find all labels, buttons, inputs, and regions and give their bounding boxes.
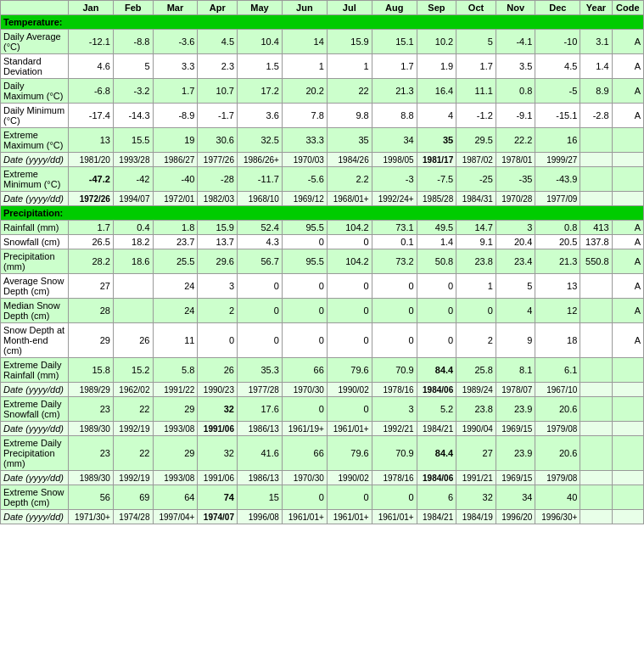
cell-year <box>580 397 612 422</box>
cell-apr: 32 <box>198 397 238 422</box>
cell-aug: 1992/24+ <box>372 192 417 206</box>
cell-sep: 50.8 <box>417 249 456 274</box>
cell-aug: 0.1 <box>372 235 417 249</box>
cell-apr: 15.9 <box>198 221 238 235</box>
cell-dec: 0.8 <box>535 221 580 235</box>
col-header-jun: Jun <box>282 1 327 15</box>
cell-sep: 84.4 <box>417 358 456 383</box>
row-label: Date (yyyy/dd) <box>1 471 69 485</box>
cell-mar: 11 <box>153 323 198 358</box>
cell-mar: 1972/01 <box>153 192 198 206</box>
cell-oct: 1987/02 <box>456 153 496 167</box>
cell-code: A <box>612 235 643 249</box>
cell-jan: 26.5 <box>69 235 114 249</box>
table-row: Date (yyyy/dd)1989/301992/191993/081991/… <box>1 471 644 485</box>
row-label: Extreme Daily Rainfall (mm) <box>1 358 69 383</box>
cell-dec: 1979/08 <box>535 471 580 485</box>
table-row: Date (yyyy/dd)1981/201993/281986/271977/… <box>1 153 644 167</box>
cell-may: 1996/08 <box>238 510 283 524</box>
cell-year <box>580 274 612 299</box>
cell-aug: 3 <box>372 397 417 422</box>
table-row: Extreme Snow Depth (cm)56696474150006323… <box>1 485 644 510</box>
cell-aug: 21.3 <box>372 79 417 104</box>
row-label: Daily Average (°C) <box>1 30 69 54</box>
cell-code: A <box>612 323 643 358</box>
table-row: Date (yyyy/dd)1971/30+1974/281997/04+197… <box>1 510 644 524</box>
cell-dec: -5 <box>535 79 580 104</box>
cell-may: 41.6 <box>238 436 283 471</box>
cell-feb: 18.2 <box>113 235 153 249</box>
cell-may: 52.4 <box>238 221 283 235</box>
cell-apr: -28 <box>198 167 238 192</box>
cell-may: 32.5 <box>238 128 283 153</box>
cell-nov: 1996/20 <box>496 510 535 524</box>
cell-dec: 18 <box>535 323 580 358</box>
cell-feb <box>113 299 153 323</box>
row-label: Date (yyyy/dd) <box>1 422 69 436</box>
cell-may: 17.2 <box>238 79 283 104</box>
cell-sep: 1984/06 <box>417 383 456 397</box>
cell-jul: 1 <box>327 54 372 79</box>
cell-code: A <box>612 274 643 299</box>
cell-aug: 1978/16 <box>372 383 417 397</box>
cell-jun: 66 <box>282 436 327 471</box>
cell-year: 1.4 <box>580 54 612 79</box>
cell-jun: 0 <box>282 323 327 358</box>
cell-feb: 22 <box>113 436 153 471</box>
cell-jun: 7.8 <box>282 104 327 128</box>
cell-jul: 9.8 <box>327 104 372 128</box>
cell-apr: 1977/26 <box>198 153 238 167</box>
cell-sep: 1984/21 <box>417 422 456 436</box>
cell-apr: 1991/06 <box>198 422 238 436</box>
cell-year <box>580 153 612 167</box>
cell-dec: 20.6 <box>535 397 580 422</box>
table-row: Extreme Daily Precipitation (mm)23222932… <box>1 436 644 471</box>
cell-code <box>612 397 643 422</box>
row-label: Snow Depth at Month-end (cm) <box>1 323 69 358</box>
cell-jul: 79.6 <box>327 436 372 471</box>
cell-nov: 20.4 <box>496 235 535 249</box>
cell-oct: 1 <box>456 274 496 299</box>
cell-jan: 29 <box>69 323 114 358</box>
table-row: Date (yyyy/dd)1972/261994/071972/011982/… <box>1 192 644 206</box>
cell-code <box>612 128 643 153</box>
cell-sep: 0 <box>417 323 456 358</box>
cell-sep: 0 <box>417 299 456 323</box>
cell-code: A <box>612 249 643 274</box>
col-header-code: Code <box>612 1 643 15</box>
cell-jan: 27 <box>69 274 114 299</box>
cell-dec: 40 <box>535 485 580 510</box>
cell-may: 3.6 <box>238 104 283 128</box>
cell-jun: 14 <box>282 30 327 54</box>
cell-jun: 0 <box>282 274 327 299</box>
cell-nov: -9.1 <box>496 104 535 128</box>
cell-sep: 1.4 <box>417 235 456 249</box>
cell-jan: -47.2 <box>69 167 114 192</box>
cell-sep: -7.5 <box>417 167 456 192</box>
cell-apr: 30.6 <box>198 128 238 153</box>
cell-oct: 1984/19 <box>456 510 496 524</box>
col-header-jan: Jan <box>69 1 114 15</box>
cell-feb: -8.8 <box>113 30 153 54</box>
cell-oct: 14.7 <box>456 221 496 235</box>
cell-jun: -5.6 <box>282 167 327 192</box>
cell-dec: 1999/27 <box>535 153 580 167</box>
cell-nov: -4.1 <box>496 30 535 54</box>
cell-code: A <box>612 79 643 104</box>
cell-may: 0 <box>238 274 283 299</box>
cell-jun: 0 <box>282 397 327 422</box>
cell-code: A <box>612 104 643 128</box>
cell-apr: 26 <box>198 358 238 383</box>
cell-feb: 69 <box>113 485 153 510</box>
cell-nov: 1969/15 <box>496 471 535 485</box>
cell-mar: 1991/22 <box>153 383 198 397</box>
table-row: Precipitation (mm)28.218.625.529.656.795… <box>1 249 644 274</box>
cell-apr: 1991/06 <box>198 471 238 485</box>
row-label: Date (yyyy/dd) <box>1 510 69 524</box>
cell-jan: 1989/29 <box>69 383 114 397</box>
cell-oct: 1991/21 <box>456 471 496 485</box>
table-row: Median Snow Depth (cm)28242000000412A <box>1 299 644 323</box>
cell-nov: 23.4 <box>496 249 535 274</box>
cell-jun: 66 <box>282 358 327 383</box>
cell-may: 1986/13 <box>238 422 283 436</box>
